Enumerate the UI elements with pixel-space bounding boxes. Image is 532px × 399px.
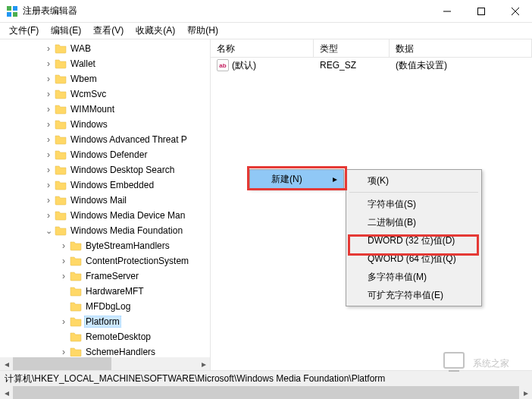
tree-item[interactable]: Wbem — [0, 71, 210, 86]
menu-edit[interactable]: 编辑(E) — [45, 23, 87, 39]
tree-hscroll[interactable]: ◂ ▸ — [0, 357, 210, 370]
tree-item[interactable]: WIMMount — [0, 102, 210, 117]
tree-item[interactable]: MFDbgLog — [0, 299, 210, 314]
svg-rect-2 — [7, 12, 11, 17]
tree-label: Windows Advanced Threat P — [69, 134, 189, 145]
tree-toggle-icon[interactable] — [58, 240, 70, 251]
tree-toggle-icon[interactable] — [42, 58, 55, 69]
tree-item[interactable]: Windows Defender — [0, 147, 210, 162]
menu-help[interactable]: 帮助(H) — [181, 23, 224, 39]
scroll-right-icon[interactable]: ▸ — [519, 386, 532, 399]
submenu-arrow-icon: ▸ — [333, 174, 337, 184]
scroll-thumb[interactable] — [13, 357, 111, 370]
col-data[interactable]: 数据 — [390, 39, 532, 57]
statusbar: 计算机\HKEY_LOCAL_MACHINE\SOFTWARE\Microsof… — [0, 370, 532, 387]
app-icon — [6, 5, 18, 17]
tree-label: MFDbgLog — [84, 301, 132, 312]
tree-toggle-icon[interactable] — [42, 43, 55, 54]
tree-label: SchemeHandlers — [84, 347, 157, 357]
tree-item[interactable]: ByteStreamHandlers — [0, 238, 210, 253]
col-name[interactable]: 名称 — [211, 39, 314, 57]
tree-toggle-icon[interactable] — [42, 226, 55, 236]
tree-item[interactable]: WcmSvc — [0, 86, 210, 102]
list-header: 名称 类型 数据 — [211, 39, 532, 58]
menu-new-qword[interactable]: QWORD (64 位)值(Q) — [346, 250, 481, 268]
tree-item[interactable]: Windows Media Foundation — [0, 223, 210, 238]
tree-label: FrameServer — [84, 271, 140, 281]
tree-item[interactable]: FrameServer — [0, 269, 210, 284]
menu-view[interactable]: 查看(V) — [87, 23, 130, 39]
tree-label: Windows Embedded — [69, 180, 155, 190]
scroll-thumb[interactable] — [13, 386, 519, 399]
tree-item[interactable]: SchemeHandlers — [0, 344, 210, 357]
tree-toggle-icon[interactable] — [42, 210, 55, 221]
tree-label: Wbem — [69, 74, 99, 84]
tree-item[interactable]: Platform — [0, 314, 210, 329]
tree-label: Windows Media Foundation — [69, 225, 184, 236]
tree-toggle-icon[interactable] — [58, 256, 70, 266]
tree-toggle-icon[interactable] — [42, 119, 55, 130]
tree-item[interactable]: Windows Mail — [0, 193, 210, 208]
tree-toggle-icon[interactable] — [42, 165, 55, 175]
list-hscroll[interactable]: ◂ ▸ — [0, 386, 532, 399]
tree-toggle-icon[interactable] — [42, 180, 55, 190]
menu-new-expand[interactable]: 可扩充字符串值(E) — [346, 286, 481, 304]
svg-rect-3 — [13, 12, 17, 17]
tree-toggle-icon[interactable] — [58, 347, 70, 357]
tree-item[interactable]: Windows Media Device Man — [0, 208, 210, 223]
menu-new-dword[interactable]: DWORD (32 位)值(D) — [346, 231, 481, 250]
tree-toggle-icon[interactable] — [58, 316, 70, 327]
tree-item[interactable]: RemoteDesktop — [0, 329, 210, 344]
tree-item[interactable]: HardwareMFT — [0, 284, 210, 299]
svg-rect-5 — [477, 8, 484, 14]
tree-label: WAB — [69, 43, 92, 54]
svg-rect-1 — [13, 6, 17, 11]
scroll-right-icon[interactable]: ▸ — [197, 357, 210, 370]
tree-item[interactable]: WAB — [0, 41, 210, 56]
tree-item[interactable]: Windows Embedded — [0, 178, 210, 193]
menu-new-string[interactable]: 字符串值(S) — [346, 195, 481, 213]
context-menu-new: 项(K) 字符串值(S) 二进制值(B) DWORD (32 位)值(D) QW… — [346, 169, 482, 306]
tree-toggle-icon[interactable] — [42, 74, 55, 84]
tree-toggle-icon[interactable] — [42, 149, 55, 160]
scroll-left-icon[interactable]: ◂ — [0, 386, 13, 399]
menu-new[interactable]: 新建(N) ▸ — [250, 170, 343, 188]
tree-label: Windows Media Device Man — [69, 210, 186, 221]
tree-label: WcmSvc — [69, 89, 108, 99]
menu-favorites[interactable]: 收藏夹(A) — [130, 23, 181, 39]
svg-rect-0 — [7, 6, 11, 11]
list-row[interactable]: ab (默认) REG_SZ (数值未设置) — [211, 58, 532, 73]
tree-item[interactable]: Windows Desktop Search — [0, 162, 210, 178]
registry-tree[interactable]: WABWalletWbemWcmSvcWIMMountWindowsWindow… — [0, 39, 210, 357]
minimize-button[interactable] — [430, 0, 464, 22]
menu-new-binary[interactable]: 二进制值(B) — [346, 213, 481, 231]
window-title: 注册表编辑器 — [23, 5, 430, 17]
tree-label: Platform — [84, 316, 121, 328]
menubar: 文件(F) 编辑(E) 查看(V) 收藏夹(A) 帮助(H) — [0, 23, 532, 39]
tree-toggle-icon[interactable] — [42, 89, 55, 99]
menu-separator — [349, 192, 478, 193]
tree-item[interactable]: Windows Advanced Threat P — [0, 132, 210, 147]
scroll-left-icon[interactable]: ◂ — [0, 357, 13, 370]
tree-item[interactable]: ContentProtectionSystem — [0, 253, 210, 269]
menu-new-multi[interactable]: 多字符串值(M) — [346, 268, 481, 286]
value-type: REG_SZ — [314, 60, 390, 71]
col-type[interactable]: 类型 — [314, 39, 390, 57]
tree-toggle-icon[interactable] — [42, 195, 55, 206]
value-name: (默认) — [232, 59, 256, 72]
close-button[interactable] — [498, 0, 532, 22]
string-value-icon: ab — [217, 59, 229, 71]
tree-toggle-icon[interactable] — [42, 104, 55, 115]
tree-toggle-icon[interactable] — [42, 134, 55, 145]
maximize-button[interactable] — [464, 0, 498, 22]
menu-new-key[interactable]: 项(K) — [346, 171, 481, 190]
tree-label: Wallet — [69, 58, 97, 69]
tree-label: RemoteDesktop — [84, 331, 152, 342]
tree-label: Windows Desktop Search — [69, 165, 176, 175]
tree-toggle-icon[interactable] — [58, 271, 70, 281]
tree-label: ContentProtectionSystem — [84, 256, 190, 266]
tree-item[interactable]: Windows — [0, 117, 210, 132]
tree-item[interactable]: Wallet — [0, 56, 210, 71]
menu-file[interactable]: 文件(F) — [3, 23, 45, 39]
value-data: (数值未设置) — [390, 59, 532, 72]
